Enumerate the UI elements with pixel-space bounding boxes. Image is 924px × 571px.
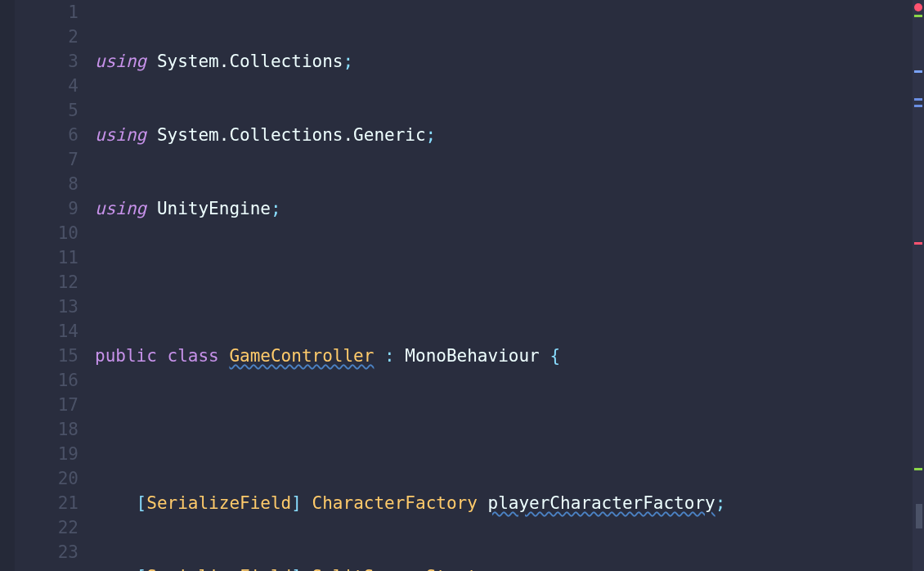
line-number[interactable]: 17 <box>15 393 78 417</box>
namespace: System.Collections.Generic <box>157 125 426 145</box>
info-marker[interactable] <box>914 98 922 101</box>
attribute: SerializeField <box>146 567 291 571</box>
line-number[interactable]: 22 <box>15 515 78 540</box>
line-number[interactable]: 18 <box>15 417 78 442</box>
line-number[interactable]: 9 <box>15 196 78 221</box>
namespace: System.Collections <box>157 52 343 71</box>
namespace: UnityEngine <box>157 199 271 218</box>
line-number[interactable]: 6 <box>15 123 78 147</box>
line-number[interactable]: 20 <box>15 466 78 491</box>
change-marker[interactable] <box>914 15 922 17</box>
colon: : <box>374 346 405 366</box>
code-line[interactable] <box>88 270 913 294</box>
line-number[interactable]: 1 <box>15 0 78 25</box>
type-name: CharacterFactory <box>312 493 478 513</box>
field-name: screen <box>518 567 581 571</box>
line-number[interactable]: 4 <box>15 74 78 98</box>
code-line[interactable]: using System.Collections; <box>88 49 913 74</box>
keyword-public: public <box>95 346 157 366</box>
scroll-thumb[interactable] <box>916 504 922 528</box>
line-number[interactable]: 23 <box>15 540 78 564</box>
line-number[interactable]: 14 <box>15 319 78 344</box>
line-number[interactable]: 3 <box>15 49 78 74</box>
code-line[interactable]: using UnityEngine; <box>88 196 913 221</box>
line-number[interactable]: 8 <box>15 172 78 196</box>
code-line[interactable]: [SerializeField] SplitScreenStrategy scr… <box>88 564 913 571</box>
line-number-gutter[interactable]: 1 2 3 4 5 6 7 8 9 10 11 12 13 14 15 16 1… <box>15 0 88 571</box>
base-type: MonoBehaviour <box>405 346 539 366</box>
field-name: playerCharacterFactory <box>488 493 715 513</box>
semicolon: ; <box>343 52 353 71</box>
error-marker[interactable] <box>914 242 922 245</box>
type-name: SplitScreenStrategy <box>312 567 509 571</box>
code-area[interactable]: using System.Collections; using System.C… <box>88 0 913 571</box>
keyword-using: using <box>95 52 146 71</box>
line-number[interactable]: 21 <box>15 491 78 515</box>
line-number[interactable]: 5 <box>15 98 78 123</box>
attribute: SerializeField <box>146 493 291 513</box>
left-rail <box>0 0 15 571</box>
change-marker[interactable] <box>914 468 922 470</box>
overview-ruler[interactable] <box>913 0 924 571</box>
code-line[interactable]: using System.Collections.Generic; <box>88 123 913 147</box>
open-brace: { <box>549 346 560 366</box>
keyword-using: using <box>95 125 146 145</box>
class-name: GameController <box>229 346 374 366</box>
code-line[interactable]: public class GameController : MonoBehavi… <box>88 344 913 368</box>
line-number[interactable]: 16 <box>15 368 78 393</box>
line-number[interactable]: 11 <box>15 245 78 270</box>
line-number[interactable]: 19 <box>15 442 78 466</box>
code-line[interactable]: [SerializeField] CharacterFactory player… <box>88 491 913 515</box>
code-editor[interactable]: 1 2 3 4 5 6 7 8 9 10 11 12 13 14 15 16 1… <box>0 0 924 571</box>
line-number[interactable]: 15 <box>15 344 78 368</box>
info-marker[interactable] <box>914 70 922 73</box>
code-line[interactable] <box>88 417 913 442</box>
line-number[interactable]: 2 <box>15 25 78 49</box>
info-marker[interactable] <box>914 105 922 107</box>
breakpoint-marker[interactable] <box>914 3 922 11</box>
line-number[interactable]: 12 <box>15 270 78 294</box>
semicolon: ; <box>426 125 437 145</box>
line-number[interactable]: 10 <box>15 221 78 245</box>
semicolon: ; <box>271 199 281 218</box>
keyword-class: class <box>168 346 219 366</box>
line-number[interactable]: 13 <box>15 294 78 319</box>
line-number[interactable]: 7 <box>15 147 78 172</box>
keyword-using: using <box>95 199 146 218</box>
